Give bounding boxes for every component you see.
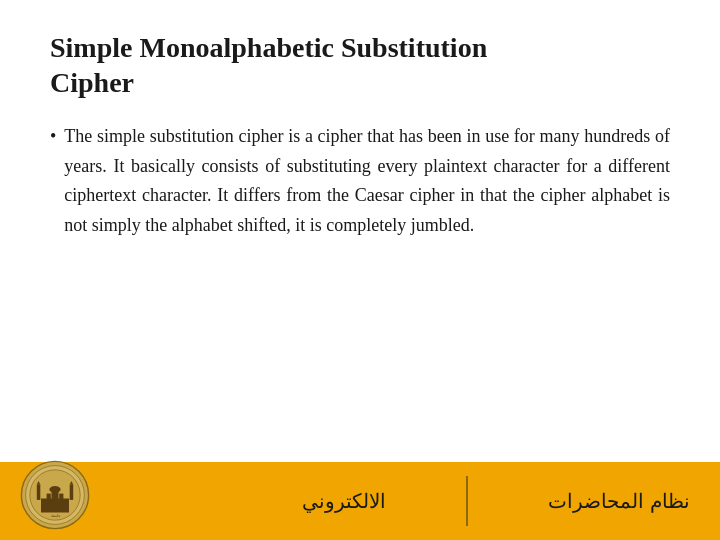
main-content: Simple Monoalphabetic Substitution Ciphe… (0, 0, 720, 261)
footer-arabic-text: الالکتروني نظام المحاضرات (302, 476, 690, 526)
bullet-item: • The simple substitution cipher is a ci… (50, 122, 670, 241)
footer-logo: جامعة (20, 460, 90, 530)
footer-arabic-right: الالکتروني (302, 489, 386, 513)
footer-bar: جامعة الالکتروني نظام المحاضرات (0, 462, 720, 540)
svg-rect-5 (59, 494, 63, 501)
svg-rect-9 (70, 485, 74, 500)
title-line2: Cipher (50, 67, 134, 98)
slide-title: Simple Monoalphabetic Substitution Ciphe… (50, 30, 670, 100)
footer-divider (466, 476, 468, 526)
bullet-dot: • (50, 122, 56, 151)
bullet-section: • The simple substitution cipher is a ci… (50, 122, 670, 241)
svg-rect-8 (37, 485, 41, 500)
svg-rect-3 (41, 499, 69, 513)
svg-point-7 (49, 486, 60, 493)
footer-arabic-left: نظام المحاضرات (548, 489, 690, 513)
title-line1: Simple Monoalphabetic Substitution (50, 32, 487, 63)
bullet-text: The simple substitution cipher is a ciph… (64, 122, 670, 241)
svg-text:جامعة: جامعة (51, 513, 61, 518)
svg-rect-4 (47, 494, 51, 501)
